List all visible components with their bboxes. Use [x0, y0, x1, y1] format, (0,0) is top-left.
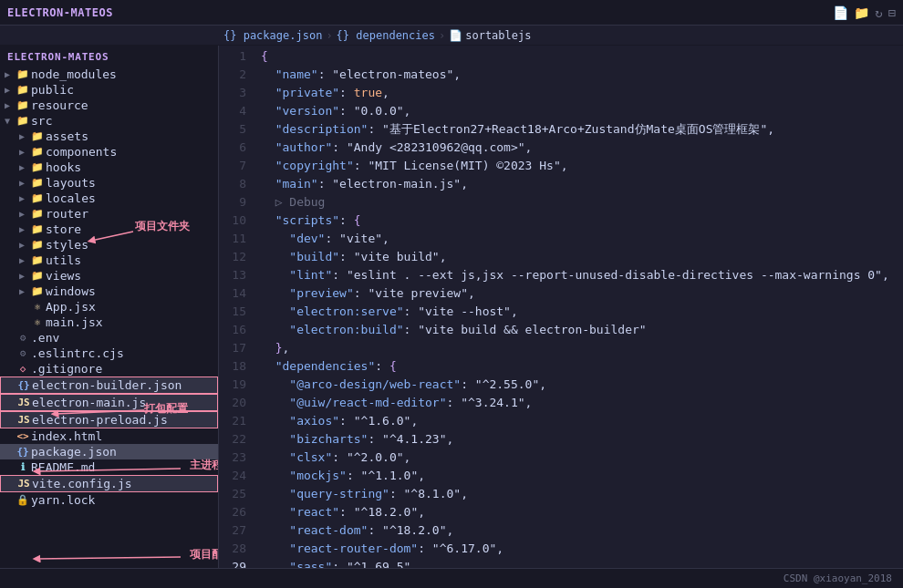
code-line: "mockjs": "^1.1.0",: [261, 469, 425, 482]
file-label: layouts: [46, 176, 96, 190]
file-label: README.md: [31, 460, 95, 474]
file-icon: ⚛: [29, 301, 46, 313]
tree-item-.gitignore[interactable]: ◇.gitignore: [0, 361, 218, 377]
editor: 1234567891011121314151617181920212223242…: [219, 46, 903, 568]
tree-arrow: ▶: [0, 85, 15, 95]
file-icon: ℹ: [15, 461, 31, 473]
tree-item-assets[interactable]: ▶📁assets: [0, 129, 218, 144]
tree-arrow: ▶: [15, 178, 29, 188]
code-line: "name": "electron-mateos",: [261, 67, 461, 81]
svg-line-3: [36, 557, 181, 559]
app-title: ELECTRON-MATEOS: [7, 6, 113, 19]
tree-item-electron-builder.json[interactable]: {}electron-builder.json: [0, 377, 218, 394]
file-icon: 📁: [29, 161, 46, 173]
line-number: 18: [226, 357, 246, 376]
tree-item-App.jsx[interactable]: ⚛App.jsx: [0, 299, 218, 315]
tree-item-src[interactable]: ▼📁src: [0, 113, 218, 129]
tree-item-views[interactable]: ▶📁views: [0, 268, 218, 284]
file-icon: 📁: [29, 239, 46, 251]
file-icon: 📁: [29, 192, 46, 204]
code-line: "react-dom": "^18.2.0",: [261, 523, 453, 537]
file-label: hooks: [46, 160, 81, 174]
tree-arrow: ▶: [15, 131, 29, 141]
tree-item-public[interactable]: ▶📁public: [0, 82, 218, 98]
file-icon: 📁: [29, 254, 46, 266]
collapse-icon[interactable]: ⊟: [888, 5, 896, 20]
file-label: resource: [31, 98, 88, 112]
file-label: electron-builder.json: [32, 378, 182, 392]
tree-item-package.json[interactable]: {}package.json: [0, 444, 218, 459]
tree-item-.eslintrc.cjs[interactable]: ⚙.eslintrc.cjs: [0, 346, 218, 361]
tree-arrow: ▶: [0, 100, 15, 110]
tree-item-index.html[interactable]: <>index.html: [0, 428, 218, 444]
line-number: 12: [226, 248, 246, 266]
code-line: "axios": "^1.6.0",: [261, 414, 418, 428]
file-label: package.json: [31, 445, 117, 459]
tree-arrow: ▶: [15, 271, 29, 281]
file-label: components: [46, 145, 117, 159]
tree-item-README.md[interactable]: ℹREADME.md: [0, 459, 218, 475]
file-icon: <>: [15, 430, 31, 442]
tree-item-locales[interactable]: ▶📁locales: [0, 191, 218, 206]
code-line: {: [261, 49, 268, 63]
line-number: 28: [226, 540, 246, 558]
file-label: public: [31, 83, 74, 97]
tree-item-yarn.lock[interactable]: 🔒yarn.lock: [0, 492, 218, 508]
tree-item-utils[interactable]: ▶📁utils: [0, 253, 218, 268]
line-number: 4: [226, 102, 246, 120]
tree-item-electron-preload.js[interactable]: JSelectron-preload.js: [0, 411, 218, 428]
code-content: { "name": "electron-mateos", "private": …: [254, 46, 903, 568]
tree-item-vite.config.js[interactable]: JSvite.config.js: [0, 475, 218, 492]
tree-item-node_modules[interactable]: ▶📁node_modules: [0, 67, 218, 82]
tree-item-.env[interactable]: ⚙.env: [0, 330, 218, 346]
new-file-icon[interactable]: 📄: [833, 5, 848, 20]
tree-item-main.jsx[interactable]: ⚛main.jsx: [0, 315, 218, 330]
line-number: 9: [226, 193, 246, 211]
tree-arrow: ▶: [15, 147, 29, 157]
tree-item-components[interactable]: ▶📁components: [0, 144, 218, 160]
file-label: index.html: [31, 429, 102, 443]
breadcrumb-dependencies[interactable]: {} dependencies: [337, 29, 435, 42]
breadcrumb-sep2: ›: [439, 29, 445, 42]
line-number: 16: [226, 321, 246, 339]
line-number: 1: [226, 47, 246, 66]
line-number: 20: [226, 394, 246, 412]
file-label: yarn.lock: [31, 493, 95, 507]
sidebar-title: ELECTRON-MATEOS: [0, 46, 218, 67]
breadcrumb: {} package.json › {} dependencies › 📄sor…: [0, 26, 903, 46]
refresh-icon[interactable]: ↻: [875, 5, 882, 20]
file-icon: JS: [16, 397, 32, 408]
tree-item-store[interactable]: ▶📁store: [0, 222, 218, 237]
file-icon: 📁: [29, 146, 46, 158]
file-label: App.jsx: [46, 300, 96, 314]
tree-item-router[interactable]: ▶📁router: [0, 206, 218, 222]
tree-item-windows[interactable]: ▶📁windows: [0, 284, 218, 299]
new-folder-icon[interactable]: 📁: [854, 5, 869, 20]
tree-arrow: ▶: [0, 69, 15, 79]
line-number: 24: [226, 467, 246, 485]
file-icon: ⚛: [29, 316, 46, 328]
tree-arrow: ▶: [15, 224, 29, 234]
tree-item-hooks[interactable]: ▶📁hooks: [0, 160, 218, 175]
file-label: electron-main.js: [32, 396, 146, 409]
breadcrumb-package[interactable]: {} package.json: [223, 29, 322, 42]
code-line: "sass": "^1.69.5",: [261, 560, 418, 568]
file-icon: 📁: [29, 223, 46, 235]
file-label: node_modules: [31, 67, 117, 81]
tree-item-resource[interactable]: ▶📁resource: [0, 98, 218, 113]
code-line: "react-router-dom": "^6.17.0",: [261, 542, 503, 555]
tree-item-layouts[interactable]: ▶📁layouts: [0, 175, 218, 191]
breadcrumb-sortablejs: 📄sortablejs: [449, 29, 531, 42]
code-line: "description": "基于Electron27+React18+Arc…: [261, 122, 774, 136]
file-icon: JS: [16, 414, 32, 426]
code-line: "query-string": "^8.1.0",: [261, 487, 468, 500]
line-number: 21: [226, 412, 246, 430]
file-label: main.jsx: [46, 315, 103, 329]
tree-item-electron-main.js[interactable]: JSelectron-main.js: [0, 394, 218, 411]
line-number: 10: [226, 211, 246, 230]
breadcrumb-sep1: ›: [326, 29, 332, 42]
editor-scroll[interactable]: 1234567891011121314151617181920212223242…: [219, 46, 903, 568]
code-line: "@uiw/react-md-editor": "^3.24.1",: [261, 396, 532, 409]
file-label: .gitignore: [31, 362, 102, 376]
tree-item-styles[interactable]: ▶📁styles: [0, 237, 218, 253]
